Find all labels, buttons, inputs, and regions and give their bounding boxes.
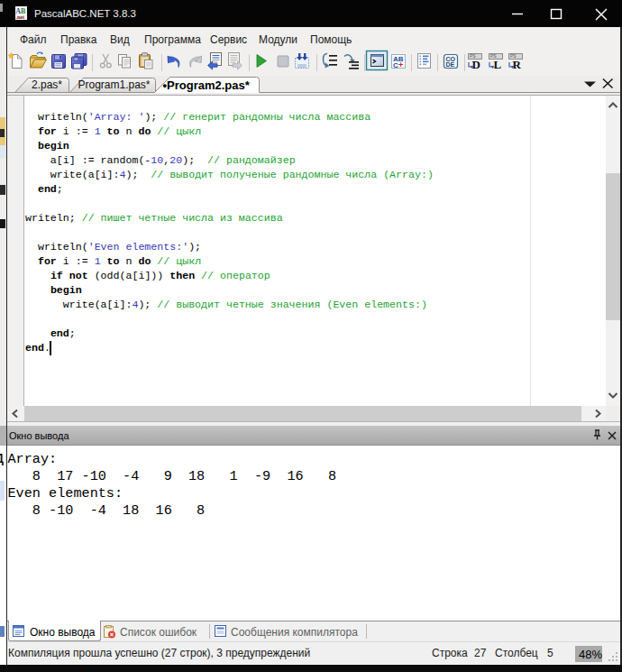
svg-text:•Program2.pas*: •Program2.pas*: [163, 78, 251, 92]
svg-text:.net: .net: [15, 14, 24, 20]
svg-text:L: L: [494, 58, 502, 71]
svg-text:R: R: [513, 58, 522, 71]
svg-text:D: D: [472, 58, 480, 71]
svg-text:2.pas*: 2.pas*: [32, 78, 62, 91]
svg-text:Program1.pas*: Program1.pas*: [78, 78, 151, 91]
svg-text:DE: DE: [445, 61, 454, 68]
svg-text:+: +: [398, 60, 403, 69]
